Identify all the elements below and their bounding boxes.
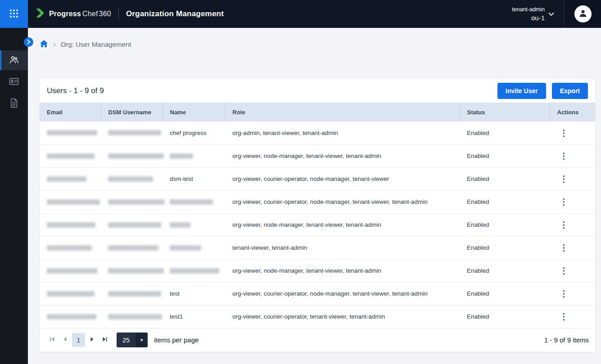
status-cell: Enabled <box>460 282 550 305</box>
document-icon <box>9 98 19 110</box>
breadcrumb-current: Org: User Management <box>61 40 131 48</box>
row-actions-button[interactable]: ⋮ <box>557 243 571 252</box>
tenant-text: tenant-admin ou-1 <box>512 5 545 22</box>
name-cell <box>163 236 225 259</box>
row-actions-button[interactable]: ⋮ <box>557 198 571 206</box>
id-card-icon <box>9 76 19 88</box>
email-cell <box>40 213 101 236</box>
page-number-button[interactable]: 1 <box>72 333 85 347</box>
sidebar-item-id-card[interactable] <box>0 72 28 92</box>
table-header-row: Email DSM Username Name Role Status Acti… <box>40 103 595 121</box>
row-actions-button[interactable]: ⋮ <box>557 175 571 183</box>
table-row: test org-viewer, courier-operator, node-… <box>40 282 595 305</box>
sidebar-item-users[interactable] <box>0 50 28 70</box>
users-card: Users - 1 - 9 of 9 Invite User Export Em… <box>40 79 595 352</box>
kebab-icon: ⋮ <box>560 151 568 161</box>
first-page-button[interactable] <box>46 333 59 347</box>
home-icon <box>40 40 48 49</box>
redacted-email <box>47 245 92 251</box>
status-cell: Enabled <box>460 190 550 213</box>
status-cell: Enabled <box>460 121 550 144</box>
header-divider <box>118 8 119 20</box>
name-cell <box>163 259 225 282</box>
column-header-role[interactable]: Role <box>225 103 460 121</box>
kebab-icon: ⋮ <box>560 266 568 275</box>
redacted-username <box>108 176 153 182</box>
name-cell <box>163 144 225 167</box>
name-cell: chef progress <box>163 121 225 144</box>
name-cell: test1 <box>163 305 225 328</box>
dsm-username-cell <box>101 305 163 328</box>
redacted-email <box>47 199 100 205</box>
email-cell <box>40 144 101 167</box>
breadcrumb: › Org: User Management <box>40 40 131 49</box>
card-header: Users - 1 - 9 of 9 Invite User Export <box>40 79 595 103</box>
redacted-username <box>108 245 158 251</box>
app-launcher-button[interactable] <box>0 0 28 28</box>
redacted-email <box>47 153 95 159</box>
sidebar-item-document[interactable] <box>0 94 28 113</box>
breadcrumb-separator-icon: › <box>53 40 56 48</box>
export-button[interactable]: Export <box>552 83 588 99</box>
redacted-email <box>47 222 95 228</box>
first-page-icon <box>49 336 55 344</box>
sidebar-expand-button[interactable] <box>24 37 33 47</box>
brand-suffix: 360 <box>99 10 111 18</box>
name-cell: dsm-test <box>163 167 225 190</box>
row-actions-button[interactable]: ⋮ <box>557 312 571 321</box>
avatar <box>574 5 592 22</box>
row-actions-button[interactable]: ⋮ <box>557 220 571 229</box>
row-actions-button[interactable]: ⋮ <box>557 266 571 275</box>
last-page-icon <box>102 336 108 344</box>
pagination-bar: 1 25 ▼ items per page 1 - 9 of 9 items <box>40 328 595 352</box>
redacted-name <box>170 199 213 205</box>
invite-user-button[interactable]: Invite User <box>497 83 546 99</box>
items-per-page-label: items per page <box>154 336 199 344</box>
kebab-icon: ⋮ <box>560 220 568 229</box>
kebab-icon: ⋮ <box>560 243 568 252</box>
progress-logo-icon <box>36 8 45 20</box>
next-page-icon <box>90 336 95 344</box>
role-cell: org-admin, tenant-viewer, tenant-admin <box>225 121 460 144</box>
status-cell: Enabled <box>460 213 550 236</box>
last-page-button[interactable] <box>99 333 111 347</box>
chevron-right-icon <box>27 39 31 45</box>
dsm-username-cell <box>101 213 163 236</box>
column-header-dsm-username[interactable]: DSM Username <box>101 103 163 121</box>
email-cell <box>40 190 101 213</box>
row-actions-button[interactable]: ⋮ <box>557 152 571 160</box>
brand-text: ProgressChef360 <box>49 10 111 18</box>
page-size-dropdown[interactable]: 25 ▼ <box>117 333 148 347</box>
user-menu-button[interactable] <box>564 0 601 28</box>
column-header-actions[interactable]: Actions <box>550 103 595 121</box>
dsm-username-cell <box>101 236 163 259</box>
kebab-icon: ⋮ <box>560 197 568 207</box>
redacted-email <box>47 268 97 274</box>
previous-page-icon <box>62 336 68 344</box>
row-actions-button[interactable]: ⋮ <box>557 289 571 298</box>
column-header-status[interactable]: Status <box>460 103 550 121</box>
org-unit: ou-1 <box>512 13 545 22</box>
home-link[interactable] <box>40 40 48 49</box>
table-row: org-viewer, node-manager, tenant-viewer,… <box>40 213 595 236</box>
next-page-button[interactable] <box>86 333 99 347</box>
column-header-email[interactable]: Email <box>40 103 101 121</box>
app-root: ProgressChef360 Organization Management … <box>0 0 601 364</box>
row-actions-button[interactable]: ⋮ <box>557 129 571 137</box>
table-row: org-viewer, node-manager, tenant-viewer,… <box>40 259 595 282</box>
previous-page-button[interactable] <box>59 333 71 347</box>
column-header-name[interactable]: Name <box>163 103 225 121</box>
dsm-username-cell <box>101 167 163 190</box>
role-cell: org-viewer, courier-operator, node-manag… <box>225 282 460 305</box>
redacted-name <box>170 153 193 159</box>
kebab-icon: ⋮ <box>560 289 568 298</box>
email-cell <box>40 259 101 282</box>
redacted-email <box>47 291 95 297</box>
dsm-username-cell <box>101 259 163 282</box>
brand-secondary: Chef <box>82 10 98 18</box>
actions-cell: ⋮ <box>550 167 595 190</box>
redacted-username <box>108 291 161 297</box>
redacted-email <box>47 130 97 135</box>
redacted-username <box>108 222 161 228</box>
tenant-switcher[interactable]: tenant-admin ou-1 <box>512 5 554 22</box>
